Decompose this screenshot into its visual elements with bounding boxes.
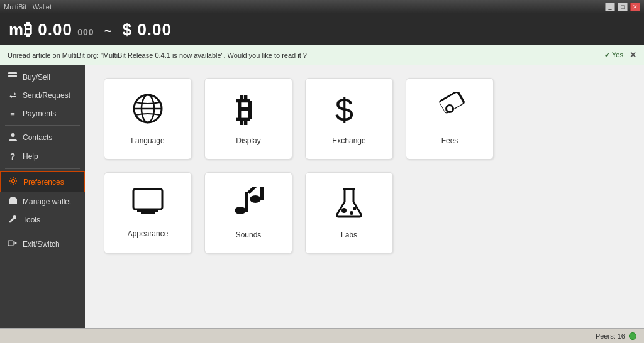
labs-label: Labs (341, 231, 357, 239)
send-request-icon: ⇄ (8, 90, 18, 100)
sidebar-label-exit-switch: Exit/Switch (23, 240, 60, 249)
language-label: Language (131, 136, 164, 145)
peers-status-dot (629, 332, 636, 340)
btc-symbol: m₿ (9, 20, 33, 39)
tile-exchange[interactable]: $ Exchange (305, 78, 393, 160)
balance-subunits: 000 (77, 27, 94, 37)
sidebar-item-buy-sell[interactable]: Buy/Sell (0, 68, 85, 86)
preferences-grid-row1: Language ₿ Display $ Exchange (104, 78, 625, 160)
tile-sounds[interactable]: Sounds (204, 172, 292, 254)
tile-display[interactable]: ₿ Display (204, 78, 292, 160)
sidebar-label-payments: Payments (23, 109, 56, 118)
sidebar-divider-2 (5, 168, 80, 169)
sidebar-label-tools: Tools (23, 215, 40, 224)
svg-text:$: $ (335, 92, 353, 125)
notification-close-button[interactable]: ✕ (630, 50, 636, 60)
svg-text:₿: ₿ (236, 92, 252, 125)
svg-line-22 (248, 187, 260, 193)
status-bar: Peers: 16 (0, 328, 644, 343)
sidebar-label-manage-wallet: Manage wallet (23, 197, 71, 206)
tile-language[interactable]: Language (104, 78, 192, 160)
svg-rect-5 (8, 241, 13, 246)
maximize-button[interactable]: □ (618, 3, 628, 11)
notification-yes-button[interactable]: ✔ Yes (604, 51, 623, 59)
sidebar-item-manage-wallet[interactable]: Manage wallet (0, 192, 85, 210)
language-icon (131, 92, 164, 130)
title-text: MultiBit - Wallet (4, 3, 52, 11)
appearance-icon (131, 188, 165, 223)
sidebar-label-preferences: Preferences (23, 178, 64, 187)
sounds-label: Sounds (236, 231, 262, 239)
svg-point-24 (341, 208, 347, 213)
svg-point-3 (12, 180, 15, 183)
preferences-grid-row2: Appearance Sounds (104, 172, 625, 254)
svg-rect-1 (8, 75, 17, 77)
svg-rect-17 (141, 212, 155, 214)
manage-wallet-icon (8, 197, 18, 206)
svg-point-2 (11, 133, 14, 137)
content-area: Language ₿ Display $ Exchange (85, 65, 644, 328)
sidebar-item-exit-switch[interactable]: Exit/Switch (0, 235, 85, 253)
sidebar-divider-3 (5, 232, 80, 232)
sidebar-item-send-request[interactable]: ⇄ Send/Request (0, 86, 85, 104)
notification-bar: Unread article on MultiBit.org: "MultiBi… (0, 45, 644, 65)
contacts-icon (8, 133, 18, 143)
sidebar-item-contacts[interactable]: Contacts (0, 128, 85, 147)
window-controls[interactable]: _ □ ✕ (605, 3, 640, 11)
sidebar-item-help[interactable]: ? Help (0, 147, 85, 166)
balance-separator: ~ (104, 24, 113, 38)
svg-rect-19 (245, 192, 248, 212)
sidebar: Buy/Sell ⇄ Send/Request ≡ Payments Conta… (0, 65, 85, 328)
svg-rect-0 (8, 72, 17, 74)
display-icon: ₿ (233, 92, 264, 130)
buy-sell-icon (8, 72, 18, 82)
title-bar: MultiBit - Wallet _ □ ✕ (0, 0, 644, 14)
tile-appearance[interactable]: Appearance (104, 172, 192, 254)
exchange-label: Exchange (332, 136, 365, 145)
sidebar-label-send-request: Send/Request (23, 91, 70, 100)
sidebar-item-preferences[interactable]: Preferences (0, 172, 85, 192)
sidebar-item-payments[interactable]: ≡ Payments (0, 104, 85, 122)
display-label: Display (236, 136, 260, 145)
preferences-icon (8, 177, 18, 187)
sidebar-label-help: Help (23, 152, 38, 161)
exit-switch-icon (8, 239, 18, 249)
main-layout: Buy/Sell ⇄ Send/Request ≡ Payments Conta… (0, 65, 644, 328)
sidebar-label-buy-sell: Buy/Sell (23, 73, 50, 82)
balance-bar: m₿ 0.00 000 ~ $ 0.00 (0, 14, 644, 45)
sidebar-divider-1 (5, 125, 80, 126)
sidebar-item-tools[interactable]: Tools (0, 210, 85, 229)
svg-point-14 (447, 106, 452, 111)
svg-rect-21 (260, 187, 264, 200)
svg-point-18 (235, 207, 246, 214)
close-button[interactable]: ✕ (630, 3, 640, 11)
tools-icon (8, 215, 18, 225)
fees-icon (433, 92, 466, 130)
peers-label: Peers: 16 (596, 332, 625, 340)
svg-rect-4 (9, 199, 17, 204)
svg-rect-15 (133, 189, 162, 209)
sounds-icon (233, 187, 264, 224)
tile-fees[interactable]: Fees (406, 78, 494, 160)
payments-icon: ≡ (8, 109, 18, 118)
labs-icon (335, 187, 364, 224)
notification-text: Unread article on MultiBit.org: "MultiBi… (8, 52, 604, 59)
svg-point-25 (350, 211, 353, 215)
appearance-label: Appearance (128, 229, 169, 238)
balance-display: m₿ 0.00 000 ~ $ 0.00 (9, 20, 172, 40)
svg-point-26 (353, 207, 357, 210)
peers-indicator: Peers: 16 (596, 332, 636, 340)
fees-label: Fees (441, 136, 458, 145)
balance-fiat: $ 0.00 (123, 20, 172, 39)
exchange-icon: $ (333, 92, 365, 130)
balance-amount: 0.00 (38, 20, 72, 39)
sidebar-label-contacts: Contacts (23, 133, 52, 142)
minimize-button[interactable]: _ (605, 3, 615, 11)
svg-rect-16 (137, 209, 158, 212)
help-icon: ? (8, 151, 18, 161)
tile-labs[interactable]: Labs (305, 172, 393, 254)
svg-point-20 (250, 195, 261, 203)
